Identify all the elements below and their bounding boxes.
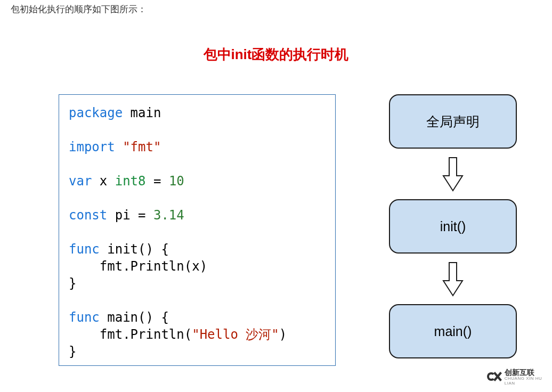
kw-var: var	[69, 174, 92, 189]
watermark: 创新互联 CHUANG XIN HU LIAN	[483, 363, 552, 392]
intro-text: 包初始化执行的顺序如下图所示：	[11, 3, 147, 15]
arrow-down-icon	[389, 149, 517, 199]
code-text: pi =	[107, 208, 153, 223]
code-text: }	[69, 344, 76, 359]
kw-package: package	[69, 105, 123, 120]
code-text: fmt.Println(x)	[69, 259, 207, 274]
watermark-text: 创新互联 CHUANG XIN HU LIAN	[505, 369, 552, 386]
num-10: 10	[169, 174, 184, 189]
code-text: main() {	[100, 310, 169, 325]
code-text	[115, 140, 123, 154]
code-text: main	[123, 105, 161, 120]
flow-box-main: main()	[389, 304, 517, 358]
code-text: }	[69, 276, 76, 291]
code-text: fmt.Println(	[69, 327, 192, 342]
code-text: x	[92, 174, 115, 189]
flow-box-global: 全局声明	[389, 94, 517, 149]
watermark-en: CHUANG XIN HU LIAN	[505, 377, 552, 386]
watermark-cn: 创新互联	[505, 369, 552, 377]
watermark-logo-icon	[487, 370, 502, 386]
code-sample: package main import "fmt" var x int8 = 1…	[59, 94, 336, 366]
kw-func: func	[69, 242, 100, 257]
num-pi: 3.14	[153, 208, 184, 223]
flow-box-init: init()	[389, 199, 517, 254]
str-hello: "Hello 沙河"	[192, 327, 279, 342]
str-fmt: "fmt"	[123, 140, 161, 154]
code-text: =	[146, 174, 169, 189]
kw-func: func	[69, 310, 100, 325]
type-int8: int8	[115, 174, 146, 189]
kw-import: import	[69, 140, 115, 154]
code-text: )	[279, 327, 287, 342]
diagram-title: 包中init函数的执行时机	[0, 45, 552, 64]
arrow-down-icon	[389, 254, 517, 304]
flowchart: 全局声明 init() main()	[389, 94, 517, 358]
code-text: init() {	[100, 242, 169, 257]
kw-const: const	[69, 208, 107, 223]
